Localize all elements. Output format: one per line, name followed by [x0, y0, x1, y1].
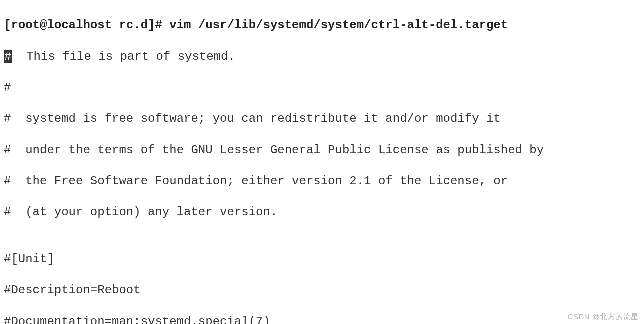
file-line-3: # systemd is free software; you can redi…	[4, 111, 640, 126]
editor-cursor: #	[4, 50, 12, 63]
shell-prompt-line: [root@localhost rc.d]# vim /usr/lib/syst…	[4, 17, 640, 33]
file-line-10: #Documentation=man:systemd.special(7)	[4, 314, 640, 324]
watermark-label: CSDN @北方的流星	[568, 312, 639, 322]
file-line-4: # under the terms of the GNU Lesser Gene…	[4, 142, 640, 158]
file-line-1: # This file is part of systemd.	[4, 49, 640, 64]
file-line-5: # the Free Software Foundation; either v…	[4, 173, 640, 189]
terminal-output[interactable]: [root@localhost rc.d]# vim /usr/lib/syst…	[4, 2, 640, 324]
file-line-9: #Description=Reboot	[4, 282, 640, 298]
file-line-2: #	[4, 80, 640, 95]
file-line-6: # (at your option) any later version.	[4, 204, 640, 220]
file-line-1-text: This file is part of systemd.	[12, 50, 235, 63]
file-line-8: #[Unit]	[4, 251, 640, 267]
